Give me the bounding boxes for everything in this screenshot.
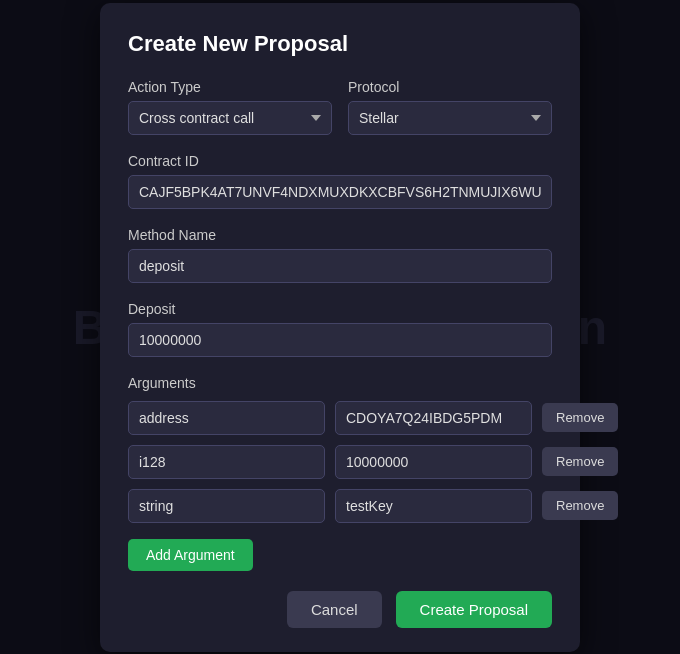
modal: Create New Proposal Action Type Cross co… <box>100 3 580 652</box>
create-proposal-button[interactable]: Create Proposal <box>396 591 552 628</box>
protocol-select[interactable]: Stellar Ethereum Near <box>348 101 552 135</box>
contract-id-group: Contract ID <box>128 153 552 209</box>
deposit-input[interactable] <box>128 323 552 357</box>
contract-id-label: Contract ID <box>128 153 552 169</box>
protocol-label: Protocol <box>348 79 552 95</box>
arg-value-input-2[interactable] <box>335 489 532 523</box>
cancel-button[interactable]: Cancel <box>287 591 382 628</box>
deposit-label: Deposit <box>128 301 552 317</box>
modal-title: Create New Proposal <box>128 31 552 57</box>
arg-value-input-0[interactable] <box>335 401 532 435</box>
arg-type-input-0[interactable] <box>128 401 325 435</box>
action-type-group: Action Type Cross contract call Token tr… <box>128 79 332 135</box>
remove-button-1[interactable]: Remove <box>542 447 618 476</box>
protocol-group: Protocol Stellar Ethereum Near <box>348 79 552 135</box>
add-argument-button[interactable]: Add Argument <box>128 539 253 571</box>
arg-type-input-2[interactable] <box>128 489 325 523</box>
argument-row-0: Remove <box>128 401 552 435</box>
action-type-select[interactable]: Cross contract call Token transfer Gover… <box>128 101 332 135</box>
remove-button-0[interactable]: Remove <box>542 403 618 432</box>
action-type-label: Action Type <box>128 79 332 95</box>
argument-row-1: Remove <box>128 445 552 479</box>
arguments-label: Arguments <box>128 375 552 391</box>
method-name-label: Method Name <box>128 227 552 243</box>
method-name-group: Method Name <box>128 227 552 283</box>
remove-button-2[interactable]: Remove <box>542 491 618 520</box>
contract-id-input[interactable] <box>128 175 552 209</box>
deposit-group: Deposit <box>128 301 552 357</box>
argument-row-2: Remove <box>128 489 552 523</box>
arg-value-input-1[interactable] <box>335 445 532 479</box>
method-name-input[interactable] <box>128 249 552 283</box>
arg-type-input-1[interactable] <box>128 445 325 479</box>
footer-row: Cancel Create Proposal <box>128 591 552 628</box>
arguments-section: Arguments Remove Remove Remove <box>128 375 552 523</box>
